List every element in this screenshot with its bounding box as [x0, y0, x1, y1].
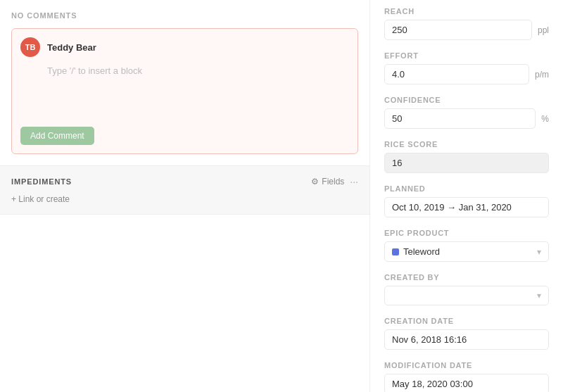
rice-score-field-group: RICE SCORE 16 [384, 140, 549, 173]
reach-input[interactable] [384, 20, 532, 40]
avatar: TB [20, 37, 40, 57]
created-by-label: CREATED BY [384, 273, 549, 282]
planned-label: PLANNED [384, 184, 549, 193]
fields-button[interactable]: ⚙ Fields [311, 177, 344, 186]
comment-author-row: TB Teddy Bear [20, 37, 349, 57]
modification-date-input[interactable] [384, 374, 549, 392]
epic-dot-icon [392, 248, 399, 255]
modification-date-field-group: MODIFICATION DATE [384, 361, 549, 392]
filter-icon: ⚙ [311, 177, 319, 186]
comment-placeholder[interactable]: Type '/' to insert a block [20, 63, 349, 118]
left-panel: NO COMMENTS TB Teddy Bear Type '/' to in… [0, 0, 369, 392]
created-by-field-group: CREATED BY ▾ [384, 273, 549, 305]
created-by-chevron-icon: ▾ [537, 291, 541, 301]
impediments-title: IMPEDIMENTS [11, 177, 72, 186]
confidence-label: CONFIDENCE [384, 96, 549, 104]
epic-product-label: EPIC PRODUCT [384, 229, 549, 237]
epic-name: Teleword [403, 246, 440, 257]
add-comment-button[interactable]: Add Comment [20, 127, 94, 145]
creation-date-label: CREATION DATE [384, 317, 549, 325]
created-by-select[interactable]: ▾ [384, 286, 549, 305]
modification-date-label: MODIFICATION DATE [384, 361, 549, 369]
effort-input[interactable] [384, 64, 529, 84]
confidence-input[interactable] [384, 108, 536, 129]
epic-product-select[interactable]: Teleword ▾ [384, 241, 549, 262]
effort-input-row: p/m [384, 64, 549, 84]
reach-input-row: ppl [384, 20, 549, 40]
confidence-unit: % [541, 114, 549, 124]
effort-label: EFFORT [384, 51, 549, 60]
effort-field-group: EFFORT p/m [384, 51, 549, 84]
reach-label: REACH [384, 7, 549, 15]
reach-field-group: REACH ppl [384, 7, 549, 40]
comment-box: TB Teddy Bear Type '/' to insert a block… [11, 28, 358, 154]
confidence-field-group: CONFIDENCE % [384, 96, 549, 129]
epic-product-field-group: EPIC PRODUCT Teleword ▾ [384, 229, 549, 262]
rice-score-label: RICE SCORE [384, 140, 549, 148]
creation-date-input[interactable] [384, 329, 549, 350]
rice-score-value: 16 [384, 153, 549, 173]
right-panel: REACH ppl EFFORT p/m CONFIDENCE % RICE S… [369, 0, 563, 392]
planned-field-group: PLANNED [384, 184, 549, 217]
comments-section-title: NO COMMENTS [11, 11, 358, 20]
confidence-input-row: % [384, 108, 549, 129]
link-create-button[interactable]: + Link or create [11, 194, 358, 204]
comments-section: NO COMMENTS TB Teddy Bear Type '/' to in… [0, 0, 369, 166]
effort-unit: p/m [535, 70, 549, 80]
impediments-actions: ⚙ Fields ··· [311, 176, 358, 187]
planned-input[interactable] [384, 197, 549, 217]
fields-label: Fields [322, 177, 344, 186]
impediments-header: IMPEDIMENTS ⚙ Fields ··· [11, 176, 358, 187]
chevron-down-icon: ▾ [537, 247, 541, 257]
author-name: Teddy Bear [47, 42, 96, 53]
impediments-section: IMPEDIMENTS ⚙ Fields ··· + Link or creat… [0, 166, 369, 215]
creation-date-field-group: CREATION DATE [384, 317, 549, 350]
more-options-button[interactable]: ··· [350, 176, 358, 187]
reach-unit: ppl [538, 25, 549, 35]
epic-product-select-inner: Teleword [392, 246, 440, 257]
